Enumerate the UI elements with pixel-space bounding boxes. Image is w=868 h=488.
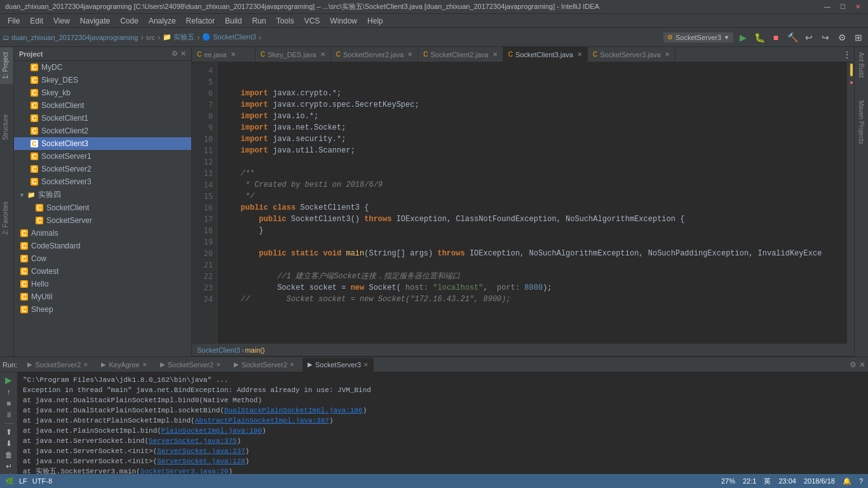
tree-item-socketclient2[interactable]: C SocketClient2 (14, 125, 191, 137)
project-tab-button[interactable]: 1: Project (0, 47, 13, 84)
run-again-button[interactable]: ▶ (2, 375, 16, 385)
console-line-3: at java.net.DualStackPlainSocketImpl.bin… (23, 395, 863, 405)
menu-item-code[interactable]: Code (115, 15, 144, 27)
menu-item-edit[interactable]: Edit (25, 15, 48, 27)
tab-ee-java[interactable]: C ee.java ✕ (192, 47, 255, 62)
pause-button[interactable]: ⏸ (2, 410, 16, 419)
tree-item-mydc[interactable]: C MyDC (14, 61, 191, 74)
structure-tab-button[interactable]: Structure (0, 109, 13, 146)
favorites-tab-button[interactable]: 2: Favorites (0, 196, 13, 240)
project-panel: Project ⚙ ✕ C MyDC C Skey_DES C Skey_kb … (14, 47, 192, 356)
editor-tabs: C ee.java ✕ C Skey_DES.java ✕ C SocketSe… (192, 47, 854, 62)
lf-indicator[interactable]: LF (19, 477, 27, 485)
breadcrumb-file: SocketClient3 (197, 346, 240, 354)
undo-button[interactable]: ↩ (802, 30, 816, 44)
settings-button[interactable]: ⚙ (835, 30, 849, 44)
notification-icon[interactable]: 🔔 (843, 477, 851, 485)
toolbar-right: ⚙ SocketServer3 ▼ ▶ 🐛 ■ 🔨 ↩ ↪ ⚙ ⊞ (663, 30, 865, 44)
bottom-tab-socketserver2a[interactable]: ▶ SocketServer2 ✕ (22, 358, 93, 372)
menu-item-help[interactable]: Help (362, 15, 388, 27)
tab-socketserver3[interactable]: C SocketServer3.java ✕ (588, 47, 675, 62)
tab-socketserver2[interactable]: C SocketServer2.java ✕ (331, 47, 419, 62)
close-button[interactable]: ✕ (853, 2, 863, 12)
menu-item-window[interactable]: Window (325, 15, 362, 27)
stop-run-button[interactable]: ■ (2, 399, 16, 408)
folder-crumb[interactable]: 📁 实验五 (163, 32, 194, 42)
left-panel-tabs: 1: Project Structure 2: Favorites (0, 47, 14, 356)
layout-button[interactable]: ⊞ (851, 30, 865, 44)
menu-item-file[interactable]: File (3, 15, 25, 27)
tree-item-cowtest[interactable]: C Cowtest (14, 265, 191, 278)
tree-item-socketserver3[interactable]: C SocketServer3 (14, 175, 191, 188)
build-button[interactable]: 🔨 (785, 30, 799, 44)
rerun-button[interactable]: ↑ (2, 388, 16, 396)
debug-button[interactable]: 🐛 (752, 30, 766, 44)
maximize-button[interactable]: ☐ (837, 2, 848, 12)
tree-item-socketserver1[interactable]: C SocketServer1 (14, 150, 191, 163)
menu-item-navigate[interactable]: Navigate (75, 15, 115, 27)
redo-button[interactable]: ↪ (818, 30, 832, 44)
scroll-up-button[interactable]: ⬆ (2, 428, 16, 437)
clear-button[interactable]: 🗑 (2, 451, 16, 459)
tab-socketclient2[interactable]: C SocketClient2.java ✕ (418, 47, 503, 62)
file-crumb[interactable]: 🔵 SocketClient3 (202, 33, 256, 41)
tree-item-hello[interactable]: C Hello (14, 278, 191, 290)
menu-item-vcs[interactable]: VCS (299, 15, 325, 27)
tab-overflow-button[interactable]: ⋮ (840, 48, 854, 62)
bottom-close-icon[interactable]: ✕ (859, 360, 865, 369)
code-content[interactable]: import javax.crypto.*; import javax.cryp… (217, 62, 846, 344)
tree-item-socketserver2[interactable]: C SocketServer2 (14, 163, 191, 175)
tab-skey-des[interactable]: C Skey_DES.java ✕ (255, 47, 331, 62)
help-icon[interactable]: ? (859, 477, 863, 485)
console-line-6: at java.net.PlainSocketImpl.bind(PlainSo… (23, 426, 863, 436)
menu-item-view[interactable]: View (48, 15, 75, 27)
tree-item-animals[interactable]: C Animals (14, 227, 191, 240)
window-title: duan_zhixuan_20172304javaprograming [C:\… (5, 2, 599, 11)
console-line-10: at 实验五.SocketServer3.main(SocketServer3.… (23, 466, 863, 474)
menu-item-run[interactable]: Run (247, 15, 271, 27)
tree-item-socketclient3[interactable]: C SocketClient3 (14, 137, 191, 150)
tree-item-skey-des[interactable]: C Skey_DES (14, 74, 191, 86)
src-crumb[interactable]: src (146, 34, 155, 41)
stop-button[interactable]: ■ (769, 30, 783, 44)
tab-socketclient3[interactable]: C SocketClient3.java ✕ (503, 47, 588, 62)
line-numbers: 4 5 6 7 8 9 10 11 12 13 14 15 16 17 18 1… (192, 62, 217, 344)
pin-button[interactable]: 📌 (2, 473, 16, 474)
minimize-button[interactable]: — (822, 2, 832, 12)
menu-item-build[interactable]: Build (220, 15, 247, 27)
menu-item-refactor[interactable]: Refactor (181, 15, 220, 27)
status-right: 27% 22:1 英 23:04 2018/6/18 🔔 ? (721, 477, 863, 486)
tree-item-skey-kb[interactable]: C Skey_kb (14, 86, 191, 99)
editor-breadcrumb-bar: SocketClient3 › main() (192, 344, 854, 356)
project-settings-icon[interactable]: ⚙ (172, 50, 178, 58)
tree-item-lab4-folder[interactable]: ▼ 📁 实验四 (14, 188, 191, 201)
bottom-tab-socketserver2b[interactable]: ▶ SocketServer2 ✕ (155, 358, 226, 372)
maven-projects-tab[interactable]: Maven Projects (856, 95, 867, 149)
tree-item-lab4-socketserver[interactable]: C SocketServer (14, 214, 191, 227)
wrap-button[interactable]: ↵ (2, 462, 16, 471)
project-close-icon[interactable]: ✕ (180, 50, 186, 58)
run-button[interactable]: ▶ (736, 30, 750, 44)
project-crumb[interactable]: 🗂 duan_zhixuan_20172304javaprograming (3, 34, 138, 41)
bottom-tab-socketserver2c[interactable]: ▶ SocketServer2 ✕ (229, 358, 300, 372)
tree-item-cow[interactable]: C Cow (14, 252, 191, 265)
tree-item-codestandard[interactable]: C CodeStandard (14, 240, 191, 252)
tree-item-myutil[interactable]: C MyUtil (14, 290, 191, 303)
scroll-down-button[interactable]: ⬇ (2, 439, 16, 448)
menu-item-tools[interactable]: Tools (271, 15, 299, 27)
tree-item-socketclient1[interactable]: C SocketClient1 (14, 112, 191, 125)
tree-item-lab4-socketclient[interactable]: C SocketClient (14, 201, 191, 214)
bottom-content-area: ▶ ↑ ■ ⏸ ⬆ ⬇ 🗑 ↵ 📌 "C:\Program Files\Java… (0, 372, 868, 474)
encoding-indicator[interactable]: UTF-8 (32, 477, 52, 485)
bottom-settings-icon[interactable]: ⚙ (850, 360, 857, 369)
bottom-tab-keyagree[interactable]: ▶ KeyAgree ✕ (96, 358, 152, 372)
run-config-dropdown[interactable]: ⚙ SocketServer3 ▼ (663, 32, 733, 43)
tree-item-socketclient[interactable]: C SocketClient (14, 99, 191, 112)
console-line-7: at java.net.ServerSocket.bind(ServerSock… (23, 436, 863, 446)
bottom-tab-socketserver3[interactable]: ▶ SocketServer3 ✕ (302, 358, 374, 372)
menu-item-analyze[interactable]: Analyze (144, 15, 181, 27)
tree-item-sheep[interactable]: C Sheep (14, 303, 191, 316)
ant-build-tab[interactable]: Ant Build (856, 47, 867, 83)
git-icon: 🌿 (5, 477, 14, 485)
editor-scrollbar[interactable] (846, 62, 854, 344)
